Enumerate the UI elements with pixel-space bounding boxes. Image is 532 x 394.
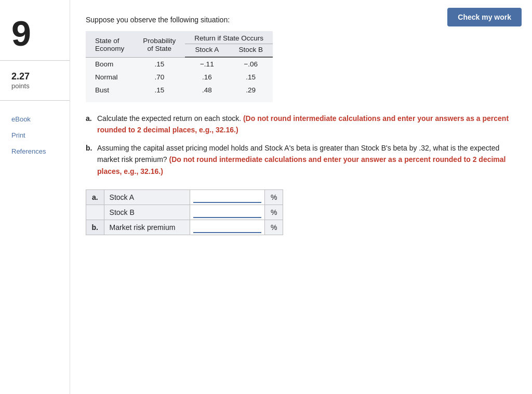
cell-stock-b: .29 — [229, 84, 273, 98]
question-number: 9 — [0, 10, 31, 56]
answer-unit-col: % — [265, 220, 283, 235]
cell-stock-b: .15 — [229, 71, 273, 84]
cell-stock-a: .48 — [185, 84, 229, 98]
questions-section: a. Calculate the expected return on each… — [86, 113, 516, 177]
scrollbar-row — [86, 98, 273, 102]
data-table: State ofEconomy Probabilityof State Retu… — [86, 31, 273, 102]
answer-table-wrapper: a. Stock A % Stock B % b. Market risk pr… — [86, 189, 516, 235]
cell-probability: .15 — [134, 84, 185, 98]
cell-state: Normal — [86, 71, 134, 84]
references-link[interactable]: References — [0, 143, 70, 159]
cell-stock-a: .16 — [185, 71, 229, 84]
question-a: a. Calculate the expected return on each… — [86, 113, 516, 136]
answer-label-col: b. — [86, 220, 104, 235]
question-b-text: Assuming the capital asset pricing model… — [97, 142, 516, 177]
col-stock-b-header: Stock B — [229, 44, 273, 58]
sidebar-divider-top — [0, 60, 70, 61]
question-b: b. Assuming the capital asset pricing mo… — [86, 142, 516, 177]
question-b-label: b. — [86, 142, 94, 154]
cell-stock-b: −.06 — [229, 57, 273, 71]
col-stock-a-header: Stock A — [185, 44, 229, 58]
points-value: 2.27 — [11, 71, 30, 82]
question-a-normal: Calculate the expected return on each st… — [97, 114, 243, 123]
sidebar: 9 2.27 points eBook Print References — [0, 0, 70, 394]
cell-state: Bust — [86, 84, 134, 98]
answer-input-stock-b[interactable] — [193, 207, 262, 218]
cell-probability: .70 — [134, 71, 185, 84]
print-link[interactable]: Print — [0, 127, 70, 143]
answer-label-col — [86, 205, 104, 220]
cell-probability: .15 — [134, 57, 185, 71]
sidebar-divider-mid — [0, 100, 70, 101]
question-a-label: a. — [86, 113, 94, 124]
main-content: Check my work Suppose you observe the fo… — [70, 0, 532, 394]
points-block: 2.27 points — [0, 65, 30, 96]
table-row: Normal .70 .16 .15 — [86, 71, 273, 84]
answer-row: b. Market risk premium % — [86, 220, 283, 235]
answer-input-col — [190, 205, 265, 220]
answer-row: Stock B % — [86, 205, 283, 220]
answer-unit-col: % — [265, 189, 283, 205]
answer-label-col: a. — [86, 189, 104, 205]
answer-input-col — [190, 189, 265, 205]
answer-input-stock-a[interactable] — [193, 192, 262, 203]
col-state-header: State ofEconomy — [86, 31, 134, 57]
return-header: Return if State Occurs — [185, 31, 273, 44]
ebook-link[interactable]: eBook — [0, 111, 70, 127]
sidebar-links: eBook Print References — [0, 111, 70, 159]
table-row: Boom .15 −.11 −.06 — [86, 57, 273, 71]
answer-name-col: Stock B — [104, 205, 190, 220]
question-a-text: Calculate the expected return on each st… — [97, 113, 516, 136]
answer-table: a. Stock A % Stock B % b. Market risk pr… — [86, 189, 283, 235]
cell-state: Boom — [86, 57, 134, 71]
cell-stock-a: −.11 — [185, 57, 229, 71]
answer-input-col — [190, 220, 265, 235]
answer-unit-col: % — [265, 205, 283, 220]
answer-row: a. Stock A % — [86, 189, 283, 205]
answer-input-market-risk-premium[interactable] — [193, 222, 262, 233]
answer-name-col: Stock A — [104, 189, 190, 205]
answer-name-col: Market risk premium — [104, 220, 190, 235]
check-my-work-button[interactable]: Check my work — [447, 8, 522, 26]
points-label: points — [11, 82, 30, 90]
table-row: Bust .15 .48 .29 — [86, 84, 273, 98]
col-probability-header: Probabilityof State — [134, 31, 185, 57]
